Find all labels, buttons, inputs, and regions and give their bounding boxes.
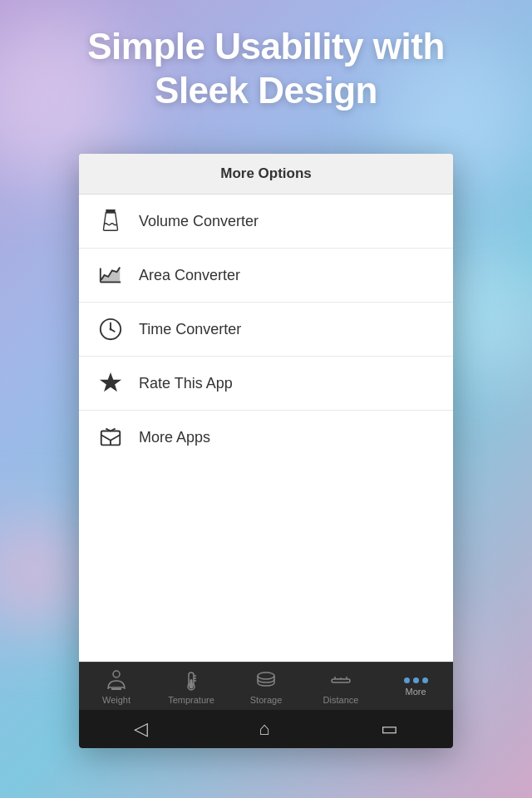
tab-temperature-label: Temprature (168, 695, 214, 705)
more-apps-label: More Apps (139, 429, 210, 446)
dot-3 (422, 677, 428, 683)
header-title: Simple Usability with Sleek Design (0, 25, 532, 113)
svg-marker-8 (100, 372, 121, 392)
dot-2 (413, 677, 419, 683)
recent-nav-icon[interactable]: ▭ (381, 718, 398, 740)
menu-item-area[interactable]: Area Converter (79, 249, 453, 303)
tab-weight-label: Weight (102, 695, 131, 705)
menu-list: Volume Converter Area Converter (79, 195, 453, 662)
tab-bar: Weight Temprature Storage (79, 662, 453, 710)
area-icon (96, 260, 126, 290)
tab-weight[interactable]: Weight (79, 669, 154, 705)
tab-storage-label: Storage (250, 695, 283, 705)
rate-label: Rate This App (139, 375, 233, 392)
more-options-title: More Options (220, 165, 312, 181)
area-label: Area Converter (139, 267, 240, 284)
svg-point-11 (113, 671, 120, 677)
menu-item-volume[interactable]: Volume Converter (79, 195, 453, 249)
more-options-header: More Options (79, 154, 453, 195)
tab-more[interactable]: More (378, 677, 453, 697)
dot-1 (404, 677, 410, 683)
menu-item-time[interactable]: Time Converter (79, 303, 453, 357)
svg-point-7 (110, 328, 112, 331)
svg-point-21 (258, 672, 274, 679)
volume-label: Volume Converter (139, 213, 259, 230)
tab-distance-label: Distance (323, 695, 359, 705)
menu-item-more-apps[interactable]: More Apps (79, 411, 453, 464)
time-icon (96, 314, 126, 344)
nav-bar: ◁ ⌂ ▭ (79, 710, 453, 748)
svg-point-20 (190, 685, 194, 689)
volume-icon (96, 206, 126, 236)
back-nav-icon[interactable]: ◁ (134, 718, 148, 740)
tab-temperature[interactable]: Temprature (154, 669, 229, 705)
tab-more-label: More (405, 687, 426, 697)
star-icon (96, 368, 126, 398)
home-nav-icon[interactable]: ⌂ (259, 718, 269, 740)
title-line1: Simple Usability with (50, 25, 482, 69)
tab-storage[interactable]: Storage (229, 669, 303, 705)
apps-icon (96, 422, 126, 452)
menu-item-rate[interactable]: Rate This App (79, 357, 453, 411)
tab-distance[interactable]: Distance (303, 669, 378, 705)
bokeh-4 (0, 515, 91, 632)
svg-rect-22 (332, 679, 350, 682)
phone-container: More Options Volume Converter (79, 154, 453, 748)
time-label: Time Converter (139, 321, 241, 338)
more-dots-icon (404, 677, 428, 683)
title-line2: Sleek Design (50, 69, 482, 113)
